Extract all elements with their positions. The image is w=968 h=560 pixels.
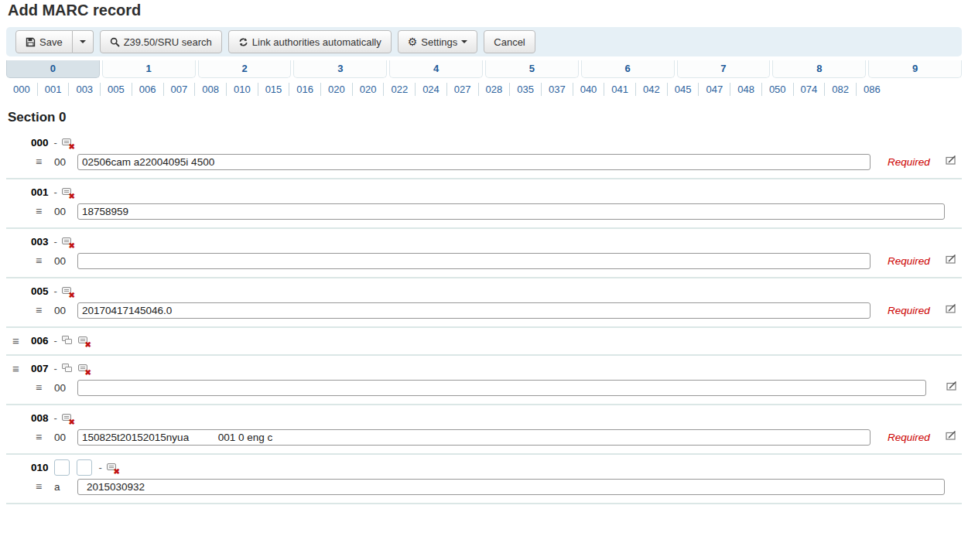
delete-tag-icon[interactable]: ✖ <box>78 336 90 346</box>
tag-link-040[interactable]: 040 <box>573 83 605 96</box>
cancel-button[interactable]: Cancel <box>484 30 535 53</box>
field-005-header: 005-✖ <box>0 284 968 298</box>
subfield-008-00-input[interactable] <box>77 429 871 446</box>
tag-link-074[interactable]: 074 <box>794 83 826 96</box>
tag-link-086[interactable]: 086 <box>857 83 888 96</box>
tag-link-041[interactable]: 041 <box>604 83 636 96</box>
tag-link-024[interactable]: 024 <box>416 83 447 96</box>
tag-link-022[interactable]: 022 <box>384 83 416 96</box>
tag-link-015[interactable]: 015 <box>258 83 290 96</box>
tab-section-7[interactable]: 7 <box>677 60 771 78</box>
delete-tag-icon[interactable]: ✖ <box>78 364 90 374</box>
tag-editor-icon[interactable] <box>946 254 957 268</box>
subfield-drag-handle-icon[interactable]: ≡ <box>36 432 47 442</box>
tag-editor-icon[interactable] <box>946 430 957 444</box>
save-icon <box>26 37 36 47</box>
save-dropdown-button[interactable] <box>73 30 94 53</box>
delete-tag-icon[interactable]: ✖ <box>62 138 74 148</box>
tag-link-020[interactable]: 020 <box>353 83 385 96</box>
tag-link-010[interactable]: 010 <box>227 83 258 96</box>
cancel-label: Cancel <box>494 36 525 48</box>
delete-tag-icon[interactable]: ✖ <box>62 286 74 296</box>
tag-link-082[interactable]: 082 <box>825 83 857 96</box>
indicator-1-input[interactable] <box>54 459 70 476</box>
tag-link-042[interactable]: 042 <box>636 83 668 96</box>
tag-link-035[interactable]: 035 <box>510 83 542 96</box>
tab-section-8[interactable]: 8 <box>772 60 866 78</box>
subfield-drag-handle-icon[interactable]: ≡ <box>36 481 47 492</box>
subfield-drag-handle-icon[interactable]: ≡ <box>36 382 47 393</box>
delete-x-icon: ✖ <box>68 292 74 299</box>
subfield-drag-handle-icon[interactable]: ≡ <box>36 156 47 167</box>
tag-link-037[interactable]: 037 <box>542 83 573 96</box>
tab-section-0[interactable]: 0 <box>6 60 100 78</box>
required-badge: Required <box>888 305 930 316</box>
field-drag-slot: ≡ <box>12 335 31 347</box>
tag-link-000[interactable]: 000 <box>6 83 38 96</box>
tag-link-003[interactable]: 003 <box>69 83 101 96</box>
field-tag-label: 010 <box>31 462 49 473</box>
drag-handle-icon[interactable]: ≡ <box>12 363 19 374</box>
subfield-drag-handle-icon[interactable]: ≡ <box>36 206 47 217</box>
section-title: Section 0 <box>8 110 968 125</box>
field-000: 000-✖≡00Required <box>0 130 968 178</box>
field-006-header: ≡006-✖ <box>0 333 968 347</box>
tag-editor-icon[interactable] <box>946 303 957 317</box>
delete-x-icon: ✖ <box>68 193 74 200</box>
tag-dash: - <box>54 412 57 424</box>
subfield-000-00-input[interactable] <box>77 154 871 170</box>
tag-dash: - <box>54 335 57 347</box>
subfield-010-a-input[interactable] <box>77 479 945 495</box>
tab-section-3[interactable]: 3 <box>293 60 387 78</box>
delete-tag-icon[interactable]: ✖ <box>62 187 74 197</box>
link-authorities-button[interactable]: Link authorities automatically <box>228 30 392 53</box>
subfield-code-label: 00 <box>54 156 74 168</box>
delete-tag-icon[interactable]: ✖ <box>107 463 118 473</box>
subfield-005-00-input[interactable] <box>77 302 871 319</box>
tab-section-9[interactable]: 9 <box>868 60 962 78</box>
tab-section-5[interactable]: 5 <box>485 60 579 78</box>
subfield-drag-handle-icon[interactable]: ≡ <box>36 305 47 316</box>
tag-link-048[interactable]: 048 <box>730 83 762 96</box>
tab-section-1[interactable]: 1 <box>102 60 196 78</box>
tag-link-028[interactable]: 028 <box>479 83 511 96</box>
tag-link-020[interactable]: 020 <box>321 83 353 96</box>
field-003-header: 003-✖ <box>0 234 968 248</box>
clone-tag-icon[interactable] <box>62 336 74 346</box>
tag-link-007[interactable]: 007 <box>164 83 196 96</box>
tab-section-6[interactable]: 6 <box>581 60 675 78</box>
tag-link-050[interactable]: 050 <box>762 83 794 96</box>
tab-section-4[interactable]: 4 <box>389 60 483 78</box>
tag-link-005[interactable]: 005 <box>101 83 132 96</box>
tag-link-006[interactable]: 006 <box>132 83 164 96</box>
clone-tag-icon[interactable] <box>62 364 74 374</box>
delete-tag-icon[interactable]: ✖ <box>62 237 74 247</box>
caret-down-icon <box>80 40 86 43</box>
tag-editor-icon[interactable] <box>946 155 957 169</box>
tag-editor-icon[interactable] <box>946 381 958 394</box>
delete-tag-icon[interactable]: ✖ <box>62 413 74 423</box>
page-title: Add MARC record <box>8 2 968 19</box>
tag-link-047[interactable]: 047 <box>699 83 730 96</box>
field-tag-label: 000 <box>31 137 49 149</box>
settings-button[interactable]: ⚙ Settings <box>398 30 478 53</box>
field-tag-label: 003 <box>31 236 49 248</box>
tag-link-008[interactable]: 008 <box>195 83 227 96</box>
indicator-2-input[interactable] <box>77 459 92 476</box>
save-button[interactable]: Save <box>15 30 73 53</box>
drag-handle-icon[interactable]: ≡ <box>12 335 19 347</box>
subfield-003-00-input[interactable] <box>77 253 871 269</box>
tag-link-045[interactable]: 045 <box>668 83 699 96</box>
section-tabs: 0123456789 <box>6 60 962 78</box>
tag-link-016[interactable]: 016 <box>289 83 321 96</box>
z3950-search-button[interactable]: Z39.50/SRU search <box>100 30 222 53</box>
tab-section-2[interactable]: 2 <box>198 60 292 78</box>
subfield-001-00-input[interactable] <box>77 203 945 220</box>
subfield-drag-handle-icon[interactable]: ≡ <box>36 255 47 266</box>
save-split-button: Save <box>15 30 94 53</box>
tag-link-027[interactable]: 027 <box>447 83 479 96</box>
subfield-007-00-input[interactable] <box>77 380 926 396</box>
field-tag-label: 007 <box>31 363 49 374</box>
delete-x-icon: ✖ <box>68 418 74 426</box>
tag-link-001[interactable]: 001 <box>38 83 70 96</box>
